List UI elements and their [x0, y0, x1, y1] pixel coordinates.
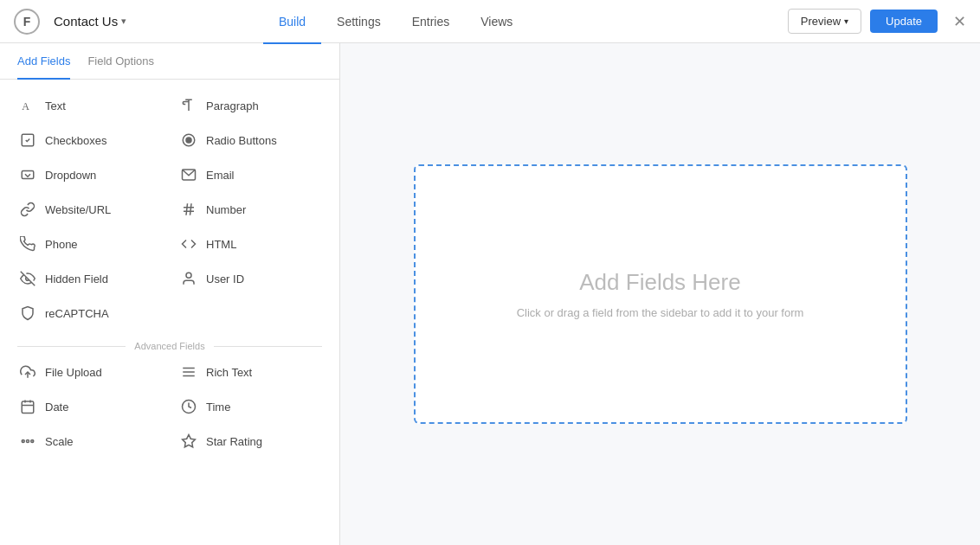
- title-chevron-icon: ▾: [121, 16, 126, 27]
- field-userid[interactable]: User ID: [170, 261, 331, 296]
- preview-arrow-icon: ▾: [844, 16, 848, 26]
- update-button[interactable]: Update: [870, 10, 938, 33]
- link-icon: [19, 201, 36, 218]
- field-scale[interactable]: Scale: [9, 424, 170, 458]
- field-star-rating[interactable]: Star Rating: [170, 424, 331, 458]
- field-html[interactable]: HTML: [170, 227, 331, 261]
- tab-add-fields[interactable]: Add Fields: [17, 44, 70, 80]
- radio-icon: [180, 131, 197, 149]
- richtext-icon: [180, 363, 197, 381]
- field-text[interactable]: A Text: [9, 88, 170, 123]
- standard-fields-grid: A Text Paragraph Checkboxes: [0, 88, 339, 330]
- drop-zone-title: Add Fields Here: [579, 269, 740, 296]
- hidden-icon: [19, 270, 36, 287]
- nav-settings[interactable]: Settings: [321, 1, 397, 44]
- main-nav: Build Settings Entries Views: [263, 0, 528, 43]
- advanced-divider: Advanced Fields: [0, 330, 339, 355]
- email-icon: [180, 166, 197, 183]
- topbar-actions: Preview ▾ Update ✕: [788, 9, 966, 34]
- field-checkboxes[interactable]: Checkboxes: [9, 123, 170, 157]
- field-email[interactable]: Email: [170, 157, 331, 192]
- number-icon: [180, 201, 197, 218]
- nav-entries[interactable]: Entries: [397, 1, 466, 44]
- svg-rect-16: [22, 401, 34, 414]
- svg-line-8: [186, 203, 188, 215]
- phone-icon: [19, 235, 36, 253]
- fields-list: A Text Paragraph Checkboxes: [0, 80, 339, 545]
- field-paragraph[interactable]: Paragraph: [170, 88, 331, 123]
- sidebar: Add Fields Field Options A Text Paragrap…: [0, 43, 340, 545]
- sidebar-tabs: Add Fields Field Options: [0, 43, 339, 80]
- advanced-fields-grid: File Upload Rich Text Date: [0, 355, 339, 458]
- field-website[interactable]: Website/URL: [9, 192, 170, 227]
- field-radio[interactable]: Radio Buttons: [170, 123, 331, 157]
- svg-text:A: A: [22, 100, 29, 112]
- field-recaptcha[interactable]: reCAPTCHA: [9, 296, 170, 330]
- dropdown-icon: [19, 166, 36, 183]
- field-phone[interactable]: Phone: [9, 227, 170, 261]
- time-icon: [180, 398, 197, 415]
- checkbox-icon: [19, 131, 36, 149]
- nav-views[interactable]: Views: [465, 1, 528, 44]
- drop-zone-subtitle: Click or drag a field from the sidebar t…: [517, 306, 804, 319]
- svg-line-9: [190, 203, 192, 215]
- text-icon: A: [19, 97, 36, 114]
- upload-icon: [19, 363, 36, 381]
- main-layout: Add Fields Field Options A Text Paragrap…: [0, 43, 980, 545]
- field-rich-text[interactable]: Rich Text: [170, 355, 331, 389]
- form-title[interactable]: Contact Us ▾: [54, 14, 126, 29]
- field-dropdown[interactable]: Dropdown: [9, 157, 170, 192]
- tab-field-options[interactable]: Field Options: [87, 44, 154, 80]
- html-icon: [180, 235, 197, 253]
- topbar: F Contact Us ▾ Build Settings Entries Vi…: [0, 0, 980, 43]
- field-time[interactable]: Time: [170, 389, 331, 424]
- drop-zone[interactable]: Add Fields Here Click or drag a field fr…: [414, 164, 907, 424]
- svg-point-11: [186, 272, 191, 278]
- field-date[interactable]: Date: [9, 389, 170, 424]
- field-file-upload[interactable]: File Upload: [9, 355, 170, 389]
- canvas-area: Add Fields Here Click or drag a field fr…: [340, 43, 980, 545]
- close-button[interactable]: ✕: [953, 12, 966, 31]
- user-icon: [180, 270, 197, 287]
- recaptcha-icon: [19, 305, 36, 322]
- svg-point-3: [186, 138, 191, 143]
- preview-button[interactable]: Preview ▾: [788, 9, 861, 34]
- scale-icon: [19, 433, 36, 450]
- svg-point-22: [27, 440, 29, 443]
- field-hidden[interactable]: Hidden Field: [9, 261, 170, 296]
- star-icon: [180, 433, 197, 450]
- svg-marker-26: [183, 435, 196, 447]
- field-number[interactable]: Number: [170, 192, 331, 227]
- app-logo: F: [14, 9, 40, 35]
- paragraph-icon: [180, 97, 197, 114]
- nav-build[interactable]: Build: [263, 1, 321, 44]
- date-icon: [19, 398, 36, 415]
